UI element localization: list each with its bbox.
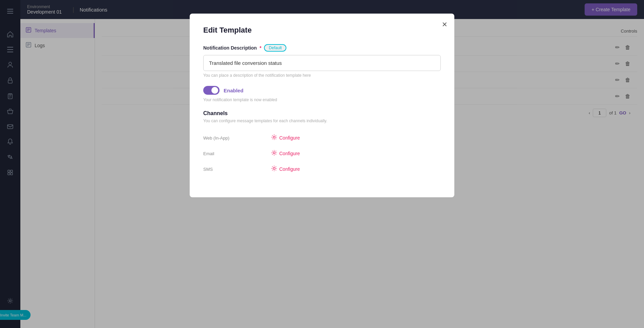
- edit-template-modal: ✕ Edit Template Notification Description…: [190, 14, 454, 197]
- notification-description-section: Notification Description * Default You c…: [203, 44, 441, 78]
- modal-overlay[interactable]: ✕ Edit Template Notification Description…: [0, 0, 644, 328]
- enabled-hint: Your notification template is now enable…: [203, 97, 441, 102]
- channel-name-sms: SMS: [203, 167, 271, 172]
- svg-point-26: [273, 152, 275, 154]
- channel-row-email: Email Configure: [203, 146, 441, 161]
- default-badge-button[interactable]: Default: [264, 44, 286, 52]
- toggle-slider: [203, 86, 220, 95]
- channel-name-email: Email: [203, 151, 271, 156]
- svg-point-27: [273, 167, 275, 169]
- channels-section: Channels You can configure message templ…: [203, 110, 441, 177]
- channel-row-sms: SMS Configure: [203, 161, 441, 177]
- channels-hint: You can configure message templates for …: [203, 119, 441, 123]
- toggle-row: Enabled: [203, 86, 441, 95]
- configure-sms-icon: [271, 165, 277, 173]
- configure-web-button[interactable]: Configure: [271, 134, 300, 142]
- channels-title: Channels: [203, 110, 441, 116]
- description-hint: You can place a description of the notif…: [203, 73, 441, 78]
- enabled-toggle[interactable]: [203, 86, 220, 95]
- configure-web-icon: [271, 134, 277, 142]
- configure-email-button[interactable]: Configure: [271, 150, 300, 157]
- svg-point-25: [273, 136, 275, 138]
- configure-email-icon: [271, 150, 277, 157]
- notification-description-input[interactable]: [203, 55, 441, 71]
- enabled-label: Enabled: [224, 88, 243, 93]
- notification-description-label: Notification Description * Default: [203, 44, 441, 52]
- modal-title: Edit Template: [203, 26, 441, 35]
- required-star: *: [260, 45, 261, 51]
- modal-close-button[interactable]: ✕: [442, 20, 448, 29]
- configure-sms-button[interactable]: Configure: [271, 165, 300, 173]
- channel-row-web: Web (In-App) Configure: [203, 130, 441, 146]
- channel-name-web: Web (In-App): [203, 135, 271, 141]
- enabled-section: Enabled Your notification template is no…: [203, 86, 441, 102]
